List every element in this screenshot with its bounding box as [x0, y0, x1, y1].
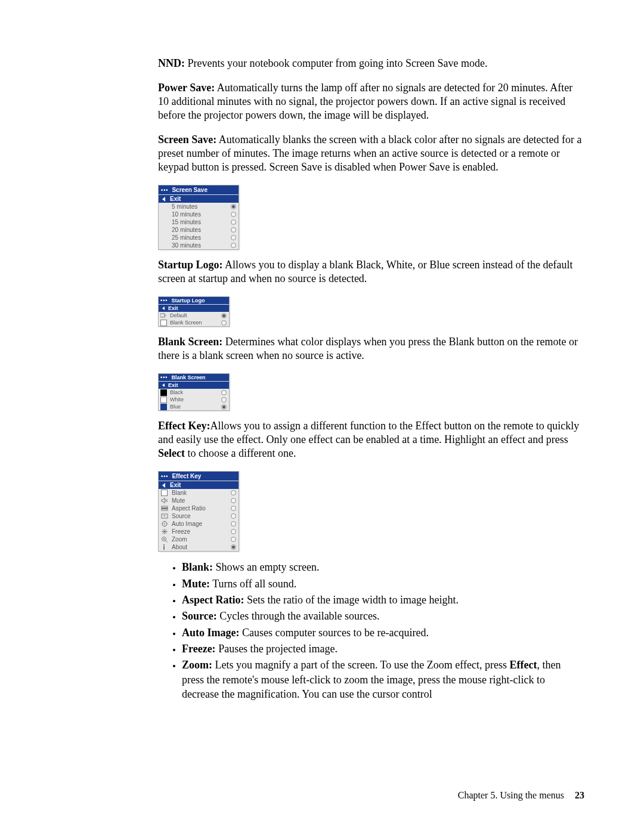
radio-icon: [231, 212, 236, 217]
menu-item[interactable]: Freeze: [159, 528, 239, 535]
menu-item[interactable]: Blue: [159, 403, 229, 410]
menu-exit-row[interactable]: Exit: [159, 194, 239, 203]
radio-icon: [221, 404, 227, 410]
paragraph-effect-key: Effect Key:Allows you to assign a differ…: [158, 419, 584, 460]
radio-icon: [231, 219, 236, 225]
radio-icon: [231, 521, 236, 527]
menu-item[interactable]: Default: [159, 312, 229, 319]
list-item: Blank: Shows an empty screen.: [182, 560, 584, 574]
blank-icon: [160, 320, 167, 326]
svg-point-7: [164, 524, 165, 525]
menu-item[interactable]: Aspect Ratio: [159, 504, 239, 512]
menu-exit-row[interactable]: Exit: [159, 304, 229, 312]
menu-item[interactable]: Blank Screen: [159, 319, 229, 326]
menu-item[interactable]: Zoom: [159, 535, 239, 543]
black-swatch-icon: [160, 389, 167, 395]
menu-item[interactable]: Source: [159, 512, 239, 520]
paragraph-nnd: NND: Prevents your notebook computer fro…: [158, 57, 584, 70]
svg-rect-4: [162, 507, 168, 509]
svg-line-17: [165, 541, 168, 543]
aspect-ratio-icon: [160, 505, 168, 512]
menu-item[interactable]: 5 minutes: [159, 203, 239, 210]
radio-icon: [231, 243, 236, 248]
paragraph-startup-logo: Startup Logo: Allows you to display a bl…: [158, 258, 584, 286]
paragraph-power-save: Power Save: Automatically turns the lamp…: [158, 81, 584, 122]
menu-item[interactable]: 25 minutes: [159, 234, 239, 241]
auto-image-icon: [160, 521, 168, 527]
blue-swatch-icon: [160, 404, 167, 410]
menu-dots-icon: •••: [161, 473, 168, 479]
paragraph-blank-screen: Blank Screen: Determines what color disp…: [158, 335, 584, 363]
radio-icon: [231, 537, 236, 542]
radio-icon: [231, 529, 236, 534]
menu-item[interactable]: 15 minutes: [159, 218, 239, 226]
radio-icon: [221, 390, 227, 395]
menu-item[interactable]: 20 minutes: [159, 226, 239, 234]
radio-icon: [231, 513, 236, 519]
menu-exit-row[interactable]: Exit: [159, 481, 239, 489]
menu-item[interactable]: Blank: [159, 489, 239, 497]
menu-title: Effect Key: [172, 473, 201, 479]
menu-startup-logo: •••Startup Logo Exit Default Blank Scree…: [158, 296, 230, 327]
menu-dots-icon: •••: [160, 298, 168, 304]
freeze-icon: [160, 528, 168, 535]
source-icon: [160, 513, 168, 519]
menu-title: Startup Logo: [171, 298, 205, 304]
radio-icon: [231, 235, 236, 240]
list-item: Source: Cycles through the available sou…: [182, 609, 584, 623]
radio-icon: [231, 204, 236, 209]
menu-title: Blank Screen: [171, 374, 205, 380]
list-item: Aspect Ratio: Sets the ratio of the imag…: [182, 593, 584, 607]
mute-icon: [160, 497, 168, 504]
radio-icon: [221, 397, 227, 402]
svg-rect-21: [163, 546, 165, 550]
radio-icon: [231, 490, 236, 496]
effect-key-list: Blank: Shows an empty screen. Mute: Turn…: [158, 560, 584, 701]
page-number: 23: [575, 790, 584, 800]
list-item: Mute: Turns off all sound.: [182, 577, 584, 591]
menu-item[interactable]: Black: [159, 389, 229, 396]
menu-item[interactable]: Auto Image: [159, 520, 239, 528]
radio-icon: [231, 498, 236, 503]
zoom-icon: [160, 536, 168, 543]
radio-icon: [231, 506, 236, 511]
menu-dots-icon: •••: [161, 187, 168, 193]
left-arrow-icon: [162, 197, 165, 202]
default-icon: [160, 312, 167, 318]
paragraph-screen-save: Screen Save: Automatically blanks the sc…: [158, 133, 584, 174]
menu-screen-save: •••Screen Save Exit 5 minutes 10 minutes…: [158, 185, 239, 250]
white-swatch-icon: [160, 397, 167, 402]
menu-effect-key: •••Effect Key Exit Blank Mute Aspect Rat…: [158, 471, 239, 552]
left-arrow-icon: [162, 483, 165, 488]
left-arrow-icon: [162, 306, 165, 310]
left-arrow-icon: [162, 383, 165, 387]
radio-icon: [221, 320, 227, 326]
list-item: Zoom: Lets you magnify a part of the scr…: [182, 658, 584, 701]
list-item: Freeze: Pauses the projected image.: [182, 642, 584, 656]
radio-icon: [231, 544, 236, 550]
menu-item[interactable]: White: [159, 396, 229, 403]
svg-point-20: [163, 544, 164, 546]
menu-title: Screen Save: [172, 187, 208, 193]
menu-item[interactable]: 30 minutes: [159, 241, 239, 249]
menu-blank-screen: •••Blank Screen Exit Black White Blue: [158, 373, 230, 411]
menu-item[interactable]: About: [159, 543, 239, 551]
list-item: Auto Image: Causes computer sources to b…: [182, 625, 584, 640]
radio-icon: [221, 313, 227, 318]
menu-exit-row[interactable]: Exit: [159, 381, 229, 389]
info-icon: [160, 544, 168, 550]
menu-item[interactable]: Mute: [159, 497, 239, 504]
menu-dots-icon: •••: [160, 374, 168, 380]
menu-item[interactable]: 10 minutes: [159, 210, 239, 218]
page-footer: Chapter 5. Using the menus 23: [458, 790, 584, 801]
svg-rect-0: [160, 314, 165, 317]
radio-icon: [231, 227, 236, 233]
blank-icon: [160, 490, 168, 496]
